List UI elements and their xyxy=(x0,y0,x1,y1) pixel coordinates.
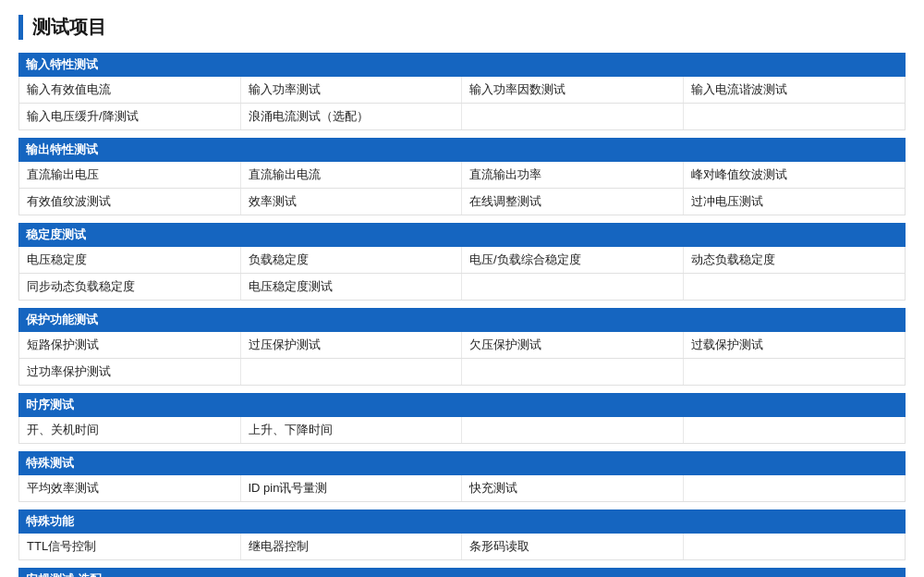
table-cell: 输入功率因数测试 xyxy=(462,77,684,103)
table-cell: 平均效率测试 xyxy=(19,475,241,501)
section-special-func: 特殊功能TTL信号控制继电器控制条形码读取 xyxy=(18,509,906,560)
section-body-special-func: TTL信号控制继电器控制条形码读取 xyxy=(18,534,906,560)
section-output-char: 输出特性测试直流输出电压直流输出电流直流输出功率峰对峰值纹波测试有效值纹波测试效… xyxy=(18,138,906,215)
section-header-input-char: 输入特性测试 xyxy=(18,53,906,77)
table-row: 同步动态负载稳定度电压稳定度测试 xyxy=(19,274,905,300)
table-cell: 直流输出电压 xyxy=(19,162,241,188)
table-cell xyxy=(462,359,684,385)
table-cell: 电压稳定度 xyxy=(19,247,241,273)
table-cell: 过功率保护测试 xyxy=(19,359,241,385)
section-body-stability: 电压稳定度负载稳定度电压/负载综合稳定度动态负载稳定度同步动态负载稳定度电压稳定… xyxy=(18,247,906,301)
table-cell: 输入功率测试 xyxy=(241,77,463,103)
section-body-protection: 短路保护测试过压保护测试欠压保护测试过载保护测试过功率保护测试 xyxy=(18,332,906,386)
table-cell: 效率测试 xyxy=(241,189,463,215)
table-cell: 同步动态负载稳定度 xyxy=(19,274,241,300)
table-cell: 开、关机时间 xyxy=(19,417,241,443)
table-cell: 过冲电压测试 xyxy=(684,189,906,215)
section-header-safety: 安规测试-选配 xyxy=(18,568,906,577)
table-cell: TTL信号控制 xyxy=(19,534,241,559)
section-body-output-char: 直流输出电压直流输出电流直流输出功率峰对峰值纹波测试有效值纹波测试效率测试在线调… xyxy=(18,162,906,215)
section-header-special-func: 特殊功能 xyxy=(18,509,906,534)
table-cell: 在线调整测试 xyxy=(462,189,684,215)
table-cell xyxy=(462,104,684,129)
section-body-timing: 开、关机时间上升、下降时间 xyxy=(18,417,906,444)
section-body-input-char: 输入有效值电流输入功率测试输入功率因数测试输入电流谐波测试输入电压缓升/降测试浪… xyxy=(18,77,906,130)
page-title: 测试项目 xyxy=(18,15,906,40)
table-row: TTL信号控制继电器控制条形码读取 xyxy=(19,534,905,559)
table-cell: 浪涌电流测试（选配） xyxy=(241,104,463,129)
table-cell xyxy=(462,274,684,300)
table-cell xyxy=(684,417,906,443)
table-cell: 动态负载稳定度 xyxy=(684,247,906,273)
section-input-char: 输入特性测试输入有效值电流输入功率测试输入功率因数测试输入电流谐波测试输入电压缓… xyxy=(18,53,906,130)
table-cell xyxy=(462,417,684,443)
table-cell: 电压/负载综合稳定度 xyxy=(462,247,684,273)
section-header-stability: 稳定度测试 xyxy=(18,223,906,247)
table-cell: 电压稳定度测试 xyxy=(241,274,463,300)
table-cell xyxy=(684,104,906,129)
table-cell xyxy=(684,359,906,385)
section-header-special-test: 特殊测试 xyxy=(18,451,906,475)
table-cell: 输入电流谐波测试 xyxy=(684,77,906,103)
table-cell: 直流输出功率 xyxy=(462,162,684,188)
table-row: 短路保护测试过压保护测试欠压保护测试过载保护测试 xyxy=(19,332,905,359)
section-body-special-test: 平均效率测试ID pin讯号量测快充测试 xyxy=(18,475,906,502)
table-cell: 过载保护测试 xyxy=(684,332,906,358)
table-cell: 上升、下降时间 xyxy=(241,417,463,443)
table-row: 有效值纹波测试效率测试在线调整测试过冲电压测试 xyxy=(19,189,905,215)
table-cell: 输入有效值电流 xyxy=(19,77,241,103)
section-stability: 稳定度测试电压稳定度负载稳定度电压/负载综合稳定度动态负载稳定度同步动态负载稳定… xyxy=(18,223,906,301)
table-cell xyxy=(241,359,463,385)
table-row: 输入有效值电流输入功率测试输入功率因数测试输入电流谐波测试 xyxy=(19,77,905,104)
section-timing: 时序测试开、关机时间上升、下降时间 xyxy=(18,393,906,444)
section-safety: 安规测试-选配交/直流耐压测试绝缘电阻测试电弧侦测（ARC） xyxy=(18,568,906,577)
table-cell: 有效值纹波测试 xyxy=(19,189,241,215)
section-special-test: 特殊测试平均效率测试ID pin讯号量测快充测试 xyxy=(18,451,906,502)
table-cell: 直流输出电流 xyxy=(241,162,463,188)
table-cell: 过压保护测试 xyxy=(241,332,463,358)
table-cell: 输入电压缓升/降测试 xyxy=(19,104,241,129)
table-cell: 短路保护测试 xyxy=(19,332,241,358)
section-protection: 保护功能测试短路保护测试过压保护测试欠压保护测试过载保护测试过功率保护测试 xyxy=(18,308,906,386)
table-cell xyxy=(684,475,906,501)
table-row: 平均效率测试ID pin讯号量测快充测试 xyxy=(19,475,905,501)
table-row: 过功率保护测试 xyxy=(19,359,905,385)
section-header-protection: 保护功能测试 xyxy=(18,308,906,332)
table-cell xyxy=(684,274,906,300)
table-row: 直流输出电压直流输出电流直流输出功率峰对峰值纹波测试 xyxy=(19,162,905,189)
section-header-timing: 时序测试 xyxy=(18,393,906,417)
table-cell: 快充测试 xyxy=(462,475,684,501)
table-cell: ID pin讯号量测 xyxy=(241,475,463,501)
table-cell xyxy=(684,534,906,559)
table-cell: 峰对峰值纹波测试 xyxy=(684,162,906,188)
table-cell: 继电器控制 xyxy=(241,534,463,559)
section-header-output-char: 输出特性测试 xyxy=(18,138,906,162)
table-cell: 条形码读取 xyxy=(462,534,684,559)
table-cell: 欠压保护测试 xyxy=(462,332,684,358)
table-cell: 负载稳定度 xyxy=(241,247,463,273)
table-row: 开、关机时间上升、下降时间 xyxy=(19,417,905,443)
table-row: 电压稳定度负载稳定度电压/负载综合稳定度动态负载稳定度 xyxy=(19,247,905,274)
table-row: 输入电压缓升/降测试浪涌电流测试（选配） xyxy=(19,104,905,129)
